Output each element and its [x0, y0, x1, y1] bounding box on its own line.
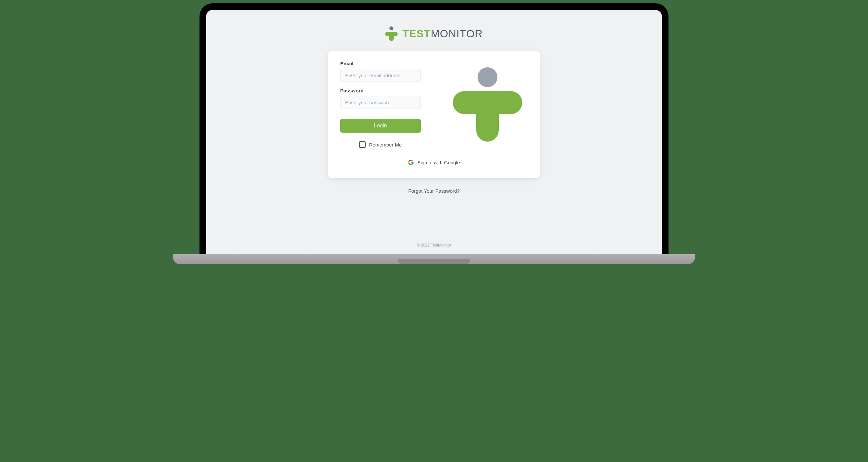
- remember-me-label: Remember Me: [369, 142, 402, 147]
- app-screen: TESTMONITOR Email Password Login: [206, 10, 662, 254]
- brand-illustration-panel: [434, 61, 528, 148]
- login-button[interactable]: Login: [340, 119, 421, 133]
- testmonitor-logo-icon: [385, 26, 398, 41]
- brand-name-bold: TEST: [402, 28, 431, 40]
- google-signin-label: Sign in with Google: [417, 160, 460, 165]
- login-form: Email Password Login Remember Me: [340, 61, 434, 148]
- password-input[interactable]: [340, 96, 421, 109]
- forgot-password-link[interactable]: Forgot Your Password?: [408, 188, 460, 194]
- brand-name-light: MONITOR: [431, 28, 483, 40]
- email-input[interactable]: [340, 69, 421, 82]
- brand-wordmark: TESTMONITOR: [402, 28, 483, 40]
- google-signin-button[interactable]: Sign in with Google: [402, 156, 466, 169]
- testmonitor-logo-large-icon: [453, 67, 522, 141]
- laptop-frame: TESTMONITOR Email Password Login: [199, 3, 669, 254]
- remember-me-checkbox[interactable]: [359, 141, 366, 148]
- password-label: Password: [340, 88, 421, 93]
- google-icon: [408, 159, 414, 165]
- laptop-notch: [398, 259, 470, 264]
- email-label: Email: [340, 61, 421, 66]
- footer-copyright: © 2022 TestMonitor: [417, 243, 451, 248]
- brand-logo-header: TESTMONITOR: [385, 26, 483, 41]
- login-card: Email Password Login Remember Me: [328, 51, 540, 178]
